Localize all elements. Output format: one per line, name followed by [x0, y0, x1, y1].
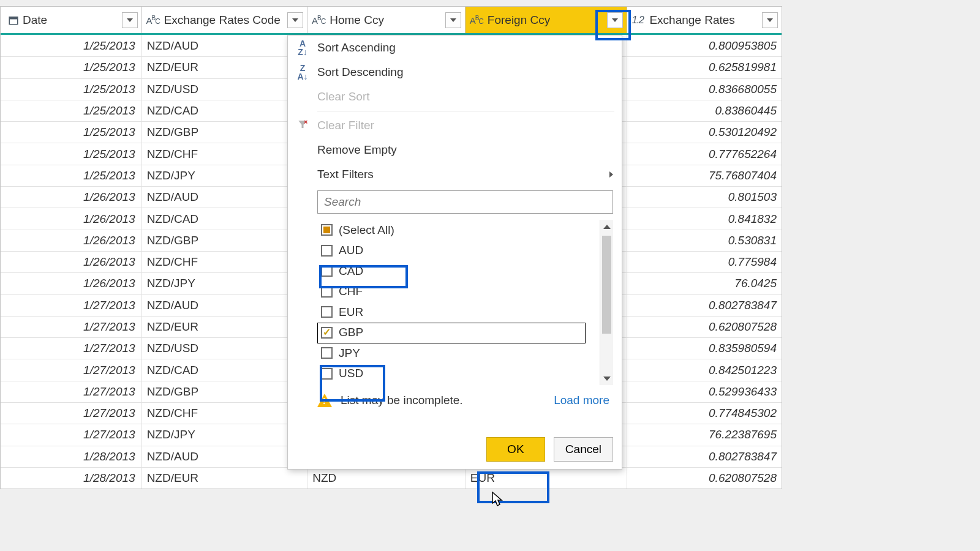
table-cell: 1/27/2013 — [1, 338, 142, 359]
column-header-foreign-ccy[interactable]: ABC Foreign Ccy — [466, 7, 628, 33]
menu-label: Sort Descending — [317, 66, 403, 79]
table-cell: NZD/CHF — [142, 143, 308, 164]
column-filter-button[interactable] — [287, 12, 303, 28]
filter-option-row[interactable]: JPY — [317, 343, 593, 364]
warning-text: List may be incomplete. — [341, 394, 554, 407]
load-more-link[interactable]: Load more — [554, 394, 609, 407]
clear-filter[interactable]: Clear Filter — [288, 113, 622, 138]
table-cell: 1/26/2013 — [1, 208, 142, 229]
filter-option-row[interactable]: EUR — [317, 302, 593, 323]
table-cell: 1/25/2013 — [1, 122, 142, 143]
warning-icon — [317, 394, 332, 407]
checkbox-checked-icon — [321, 327, 333, 339]
filter-value-list: (Select All) AUDCADCHFEURGBPJPYUSD — [317, 220, 613, 385]
table-cell: 75.76807404 — [627, 165, 782, 186]
filter-option-row[interactable]: CHF — [317, 282, 593, 302]
calendar-icon — [1, 15, 19, 26]
checkbox-icon — [321, 286, 333, 298]
column-filter-button[interactable] — [122, 12, 138, 28]
incomplete-warning-row: List may be incomplete. Load more — [317, 394, 613, 407]
table-cell: 1/26/2013 — [1, 187, 142, 208]
menu-label: Clear Sort — [317, 90, 370, 103]
table-cell: 1/25/2013 — [1, 165, 142, 186]
table-cell: 1/27/2013 — [1, 381, 142, 402]
checkbox-icon — [321, 265, 333, 277]
table-cell: 0.801503 — [627, 187, 782, 208]
checkbox-indeterminate-icon — [321, 224, 333, 236]
column-filter-button[interactable] — [607, 12, 623, 28]
table-cell: NZD/CHF — [142, 403, 308, 424]
remove-empty[interactable]: Remove Empty — [288, 138, 622, 162]
filter-option-row[interactable]: AUD — [317, 241, 593, 261]
menu-label: Sort Ascending — [317, 41, 396, 54]
filter-option-label: EUR — [339, 305, 363, 319]
table-cell: 1/27/2013 — [1, 424, 142, 445]
table-cell: 1/26/2013 — [1, 252, 142, 272]
select-all-row[interactable]: (Select All) — [317, 220, 593, 241]
filter-option-row[interactable]: USD — [317, 364, 593, 384]
filter-search-input[interactable] — [317, 190, 613, 214]
table-cell: NZD/AUD — [142, 446, 308, 467]
table-cell: 0.775984 — [627, 252, 782, 272]
select-all-label: (Select All) — [339, 223, 394, 237]
column-header-rate[interactable]: 1.2 Exchange Rates — [627, 7, 782, 33]
table-cell: 1/27/2013 — [1, 295, 142, 316]
column-header-code[interactable]: ABC Exchange Rates Code — [142, 7, 308, 33]
column-header-date[interactable]: Date — [1, 7, 142, 33]
table-cell: NZD/AUD — [142, 295, 308, 316]
text-type-icon: ABC — [307, 15, 326, 26]
filter-option-label: USD — [339, 367, 363, 380]
table-cell: 0.835980594 — [627, 338, 782, 359]
table-cell: NZD/USD — [142, 79, 308, 100]
filter-option-row[interactable]: CAD — [317, 261, 593, 282]
table-row[interactable]: 1/28/2013NZD/EURNZDEUR0.620807528 — [1, 467, 782, 489]
table-cell: NZD/EUR — [142, 468, 308, 489]
table-cell: NZD/JPY — [142, 424, 308, 445]
column-header-home-ccy[interactable]: ABC Home Ccy — [307, 7, 466, 33]
sort-descending[interactable]: ZA↓ Sort Descending — [288, 60, 622, 84]
checkbox-icon — [321, 306, 333, 318]
text-filters[interactable]: Text Filters — [288, 162, 622, 187]
table-cell: NZD/EUR — [142, 57, 308, 78]
table-cell: NZD/CHF — [142, 252, 308, 272]
dialog-buttons: OK Cancel — [486, 437, 613, 462]
chevron-down-icon — [450, 18, 456, 22]
table-cell: 0.777652264 — [627, 143, 782, 164]
scroll-down-button[interactable] — [600, 372, 613, 385]
filter-option-row[interactable]: GBP — [317, 323, 593, 343]
table-cell: 0.800953805 — [627, 35, 782, 56]
chevron-up-icon — [603, 225, 611, 229]
column-label: Home Ccy — [326, 13, 445, 27]
number-type-icon: 1.2 — [627, 15, 646, 26]
table-cell: 1/25/2013 — [1, 100, 142, 121]
table-cell: 0.620807528 — [627, 317, 782, 337]
chevron-down-icon — [603, 377, 611, 381]
table-cell: NZD/JPY — [142, 165, 308, 186]
filter-option-label: GBP — [339, 326, 363, 339]
scrollbar[interactable] — [600, 220, 613, 385]
table-cell: 0.83860445 — [627, 100, 782, 121]
menu-label: Text Filters — [317, 168, 374, 181]
filter-option-label: JPY — [339, 347, 360, 360]
table-cell: 1/25/2013 — [1, 35, 142, 56]
scroll-up-button[interactable] — [600, 220, 613, 233]
clear-sort[interactable]: Clear Sort — [288, 84, 622, 109]
cursor-icon — [492, 492, 503, 508]
table-cell: NZD/AUD — [142, 35, 308, 56]
cancel-button[interactable]: Cancel — [554, 437, 613, 462]
chevron-down-icon — [292, 18, 298, 22]
table-cell: 0.625819981 — [627, 57, 782, 78]
column-filter-button[interactable] — [445, 12, 461, 28]
filter-option-label: CHF — [339, 285, 363, 298]
table-cell: NZD/EUR — [142, 317, 308, 337]
column-filter-button[interactable] — [762, 12, 778, 28]
table-cell: 1/26/2013 — [1, 230, 142, 251]
table-cell: 1/28/2013 — [1, 446, 142, 467]
scroll-thumb[interactable] — [602, 236, 611, 334]
sort-ascending[interactable]: AZ↓ Sort Ascending — [288, 36, 622, 60]
filter-dropdown-panel: AZ↓ Sort Ascending ZA↓ Sort Descending C… — [287, 35, 622, 470]
table-cell: 0.529936433 — [627, 381, 782, 402]
clear-filter-icon — [295, 119, 310, 133]
table-cell: 1/28/2013 — [1, 468, 142, 489]
ok-button[interactable]: OK — [486, 437, 545, 462]
